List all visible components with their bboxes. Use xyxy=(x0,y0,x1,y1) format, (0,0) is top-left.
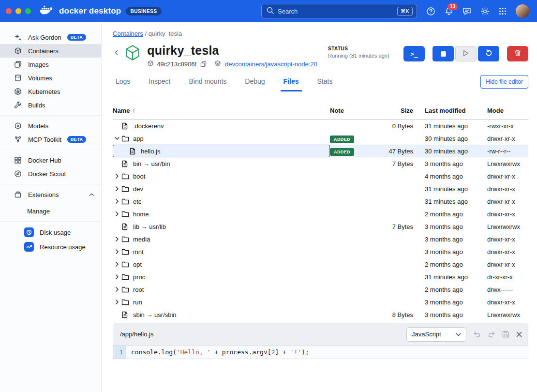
chevron-right-icon[interactable] xyxy=(113,262,121,267)
sidebar-item-resource-usage[interactable]: Resource usage xyxy=(0,240,101,254)
notifications-bell-icon[interactable]: 13 xyxy=(445,7,453,16)
sidebar-item-ask-gordon[interactable]: Ask GordonBETA xyxy=(0,30,101,44)
image-link[interactable]: devcontainers/javascript-node:20 xyxy=(225,60,317,68)
sidebar-item-extensions[interactable]: Extensions xyxy=(0,188,101,201)
sidebar-item-disk-usage[interactable]: Disk usage xyxy=(0,225,101,240)
folder-icon xyxy=(121,211,133,217)
folder-row-mnt[interactable]: mnt3 months agodrwxr-xr-x xyxy=(113,245,528,258)
file-row-lib-usr-lib[interactable]: lib → usr/lib7 Bytes3 months agoLrwxrwxr… xyxy=(113,220,528,233)
sidebar-item-docker-scout[interactable]: Docker Scout xyxy=(0,167,101,181)
folder-row-run[interactable]: run3 months agodrwxr-xr-x xyxy=(113,296,528,308)
stop-button[interactable] xyxy=(433,46,454,61)
folder-row-app[interactable]: appADDED30 minutes agodrwxr-xr-x xyxy=(113,132,528,145)
folder-row-media[interactable]: media3 months agodrwxr-xr-x xyxy=(113,233,528,245)
tab-inspect[interactable]: Inspect xyxy=(146,72,173,91)
disk-icon xyxy=(24,227,34,237)
delete-button[interactable] xyxy=(507,46,528,61)
file-row-sbin-usr-sbin[interactable]: sbin → usr/sbin8 Bytes3 months agoLrwxrw… xyxy=(113,308,528,321)
sort-ascending-icon: ↑ xyxy=(132,107,135,114)
tab-debug[interactable]: Debug xyxy=(242,72,268,91)
file-mode: -rw-r--r-- xyxy=(487,148,528,155)
back-chevron-button[interactable]: ‹ xyxy=(113,44,120,61)
file-row-hello-js[interactable]: hello.jsADDED47 Bytes30 minutes ago-rw-r… xyxy=(113,145,528,157)
file-last-modified: 30 minutes ago xyxy=(417,148,487,155)
undo-icon[interactable] xyxy=(473,331,481,338)
sidebar-item-images[interactable]: Images xyxy=(0,58,101,71)
added-badge: ADDED xyxy=(330,148,354,156)
name-cell: root xyxy=(113,283,330,296)
sidebar-item-manage[interactable]: Manage xyxy=(0,204,101,218)
folder-row-boot[interactable]: boot4 months agodrwxr-xr-x xyxy=(113,170,528,182)
minimize-window-button[interactable] xyxy=(15,8,21,14)
file-name: opt xyxy=(133,261,142,268)
chevron-right-icon[interactable] xyxy=(113,186,121,191)
sidebar-item-mcp-toolkit[interactable]: MCP ToolkitBETA xyxy=(0,133,101,146)
chevron-right-icon[interactable] xyxy=(113,249,121,254)
close-editor-icon[interactable] xyxy=(516,332,522,337)
chevron-right-icon[interactable] xyxy=(113,274,121,279)
start-button-disabled[interactable] xyxy=(455,46,477,61)
save-icon[interactable] xyxy=(502,331,509,338)
chevron-down-icon[interactable] xyxy=(113,136,121,140)
tab-logs[interactable]: Logs xyxy=(113,72,133,91)
sidebar-item-docker-hub[interactable]: Docker Hub xyxy=(0,153,101,167)
chevron-right-icon[interactable] xyxy=(113,287,121,292)
tab-bind-mounts[interactable]: Bind mounts xyxy=(186,72,230,91)
feedback-icon[interactable] xyxy=(462,7,471,15)
file-table-body: .dockerenv0 Bytes31 minutes ago-rwxr-xr-… xyxy=(113,120,528,323)
sidebar-item-kubernetes[interactable]: Kubernetes xyxy=(0,85,101,98)
builds-icon xyxy=(14,101,22,109)
file-row-bin-usr-bin[interactable]: bin → usr/bin7 Bytes3 months agoLrwxrwxr… xyxy=(113,157,528,170)
chevron-right-icon[interactable] xyxy=(113,211,121,216)
close-window-button[interactable] xyxy=(6,8,12,14)
name-cell: sbin → usr/sbin xyxy=(113,308,330,321)
code-editor[interactable]: 1 console.log('Hello, ' + process.argv[2… xyxy=(113,346,528,359)
settings-gear-icon[interactable] xyxy=(480,7,490,16)
folder-row-proc[interactable]: proc31 minutes agodr-xr-xr-x xyxy=(113,271,528,283)
chevron-right-icon[interactable] xyxy=(113,174,121,179)
chevron-right-icon[interactable] xyxy=(113,199,121,204)
sidebar-item-containers[interactable]: Containers xyxy=(0,44,101,58)
folder-row-opt[interactable]: opt2 months agodrwxr-xr-x xyxy=(113,258,528,271)
sidebar-item-models[interactable]: Models xyxy=(0,119,101,133)
chevron-down-icon xyxy=(456,331,461,338)
global-search-input[interactable]: Search ⌘K xyxy=(261,4,417,18)
folder-row-root[interactable]: root2 months agodrwx------ xyxy=(113,283,528,296)
hide-file-editor-button[interactable]: Hide file editor xyxy=(480,75,528,89)
file-last-modified: 3 months ago xyxy=(417,236,487,243)
sidebar-item-builds[interactable]: Builds xyxy=(0,98,101,112)
tab-files[interactable]: Files xyxy=(281,72,302,91)
app-title: docker desktop xyxy=(59,6,121,16)
file-name: lib → usr/lib xyxy=(133,223,166,230)
sidebar-item-volumes[interactable]: Volumes xyxy=(0,71,101,85)
terminal-button[interactable]: >_ xyxy=(403,46,425,61)
column-header-size: Size xyxy=(376,107,417,114)
restart-button[interactable] xyxy=(478,46,499,61)
file-mode: drwxr-xr-x xyxy=(487,261,528,268)
language-select[interactable]: JavaScript xyxy=(406,327,466,342)
zoom-window-button[interactable] xyxy=(25,8,31,14)
tab-stats[interactable]: Stats xyxy=(314,72,336,91)
user-avatar[interactable] xyxy=(516,4,529,18)
redo-icon[interactable] xyxy=(488,331,495,338)
folder-row-etc[interactable]: etc31 minutes agodrwxr-xr-x xyxy=(113,195,528,208)
folder-row-dev[interactable]: dev31 minutes agodrwxr-xr-x xyxy=(113,182,528,195)
container-id: 49c213c8906f xyxy=(157,60,196,68)
breadcrumb-containers-link[interactable]: Containers xyxy=(113,30,143,37)
copy-icon[interactable] xyxy=(200,61,207,67)
mcp-icon xyxy=(14,136,22,143)
column-header-name[interactable]: Name ↑ xyxy=(113,107,330,114)
file-row-dockerenv[interactable]: .dockerenv0 Bytes31 minutes ago-rwxr-xr-… xyxy=(113,120,528,132)
file-name: root xyxy=(133,286,144,293)
folder-row-home[interactable]: home2 months agodrwxr-xr-x xyxy=(113,208,528,220)
file-mode: Lrwxrwxrwx xyxy=(487,223,528,230)
file-last-modified: 31 minutes ago xyxy=(417,122,487,130)
file-name: app xyxy=(133,135,144,142)
app-logo: docker desktop xyxy=(40,5,121,18)
code-token-plain: console.log( xyxy=(131,348,177,356)
apps-grid-icon[interactable] xyxy=(499,7,507,15)
chevron-right-icon[interactable] xyxy=(113,237,121,241)
help-icon[interactable] xyxy=(426,7,435,16)
sidebar-item-label: Docker Hub xyxy=(28,157,61,164)
chevron-right-icon[interactable] xyxy=(113,300,121,304)
